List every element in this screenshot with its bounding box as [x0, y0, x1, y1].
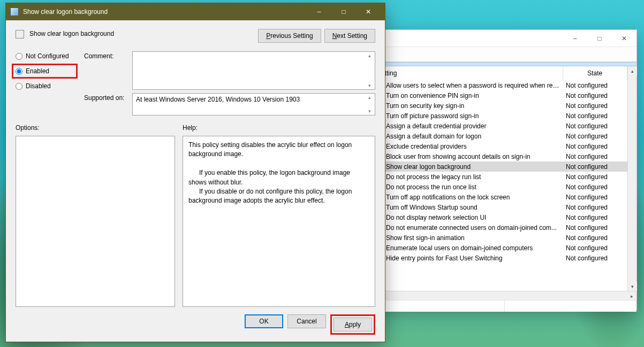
- listwin-statusbar: [373, 300, 637, 312]
- setting-cell: Do not process the run once list: [373, 182, 563, 192]
- maximize-button[interactable]: □: [587, 30, 612, 47]
- supported-on-text: At least Windows Server 2016, Windows 10…: [133, 94, 375, 115]
- setting-cell: Block user from showing account details …: [373, 151, 563, 161]
- state-cell: Not configured: [563, 192, 627, 202]
- table-row[interactable]: Enumerate local users on domain-joined c…: [373, 243, 627, 253]
- state-cell: Not configured: [563, 161, 627, 172]
- setting-cell: Turn on convenience PIN sign-in: [373, 90, 563, 101]
- state-cell: Not configured: [563, 253, 627, 263]
- setting-cell: Do not enumerate connected users on doma…: [373, 222, 563, 233]
- state-cell: Not configured: [563, 141, 627, 151]
- radio-not-configured[interactable]: Not Configured: [16, 52, 74, 60]
- help-text: This policy setting disables the acrylic…: [183, 136, 375, 307]
- minimize-button[interactable]: –: [563, 30, 587, 47]
- table-row[interactable]: Turn off Windows Startup soundNot config…: [373, 202, 627, 212]
- table-row[interactable]: Assign a default credential providerNot …: [373, 121, 627, 131]
- cancel-button[interactable]: Cancel: [287, 314, 326, 328]
- state-cell: Not configured: [563, 172, 627, 182]
- previous-setting-button[interactable]: Previous Setting: [258, 29, 321, 43]
- state-cell: Not configured: [563, 202, 627, 212]
- state-cell: Not configured: [563, 101, 627, 111]
- table-row[interactable]: Do not display network selection UINot c…: [373, 212, 627, 222]
- scroll-down-icon[interactable]: ▾: [628, 282, 637, 291]
- setting-cell: Turn off app notifications on the lock s…: [373, 192, 563, 202]
- horizontal-scrollbar[interactable]: ◂ ▸: [373, 291, 637, 300]
- table-row[interactable]: Assign a default domain for logonNot con…: [373, 131, 627, 141]
- scroll-up-icon[interactable]: ▴: [628, 66, 637, 75]
- policy-list-window: – □ ✕ Setting State Allow users to selec…: [372, 29, 637, 310]
- radio-enabled[interactable]: Enabled: [16, 67, 73, 75]
- vertical-scrollbar[interactable]: ▴ ▾: [627, 66, 637, 291]
- help-label: Help:: [183, 124, 375, 132]
- setting-cell: Enumerate local users on domain-joined c…: [373, 243, 563, 253]
- setting-cell: Show first sign-in animation: [373, 233, 563, 243]
- col-header-setting[interactable]: Setting: [373, 66, 563, 80]
- setting-cell: Turn on security key sign-in: [373, 101, 563, 111]
- comment-label: Comment:: [84, 51, 128, 90]
- state-cell: Not configured: [563, 182, 627, 192]
- col-header-state[interactable]: State: [563, 66, 627, 80]
- scroll-hint-icon: [367, 53, 374, 88]
- radio-label: Enabled: [26, 67, 49, 75]
- state-cell: Not configured: [563, 222, 627, 233]
- policy-icon: [10, 7, 19, 16]
- state-cell: Not configured: [563, 212, 627, 222]
- radio-label: Not Configured: [26, 52, 69, 60]
- table-row[interactable]: Show clear logon backgroundNot configure…: [373, 161, 627, 172]
- table-row[interactable]: Turn off app notifications on the lock s…: [373, 192, 627, 202]
- setting-cell: Allow users to select when a password is…: [373, 80, 563, 90]
- minimize-button[interactable]: –: [307, 3, 331, 20]
- table-row[interactable]: Do not process the run once listNot conf…: [373, 182, 627, 192]
- dialog-title: Show clear logon background: [23, 8, 108, 16]
- policy-dialog: Show clear logon background – □ ✕ Show c…: [5, 3, 385, 342]
- policy-icon: [16, 30, 24, 38]
- table-row[interactable]: Allow users to select when a password is…: [373, 80, 627, 90]
- table-row[interactable]: Turn off picture password sign-inNot con…: [373, 111, 627, 121]
- table-row[interactable]: Hide entry points for Fast User Switchin…: [373, 253, 627, 263]
- supported-label: Supported on:: [84, 93, 128, 115]
- table-row[interactable]: Show first sign-in animationNot configur…: [373, 233, 627, 243]
- table-row[interactable]: Exclude credential providersNot configur…: [373, 141, 627, 151]
- state-cell: Not configured: [563, 80, 627, 90]
- state-cell: Not configured: [563, 233, 627, 243]
- options-label: Options:: [16, 124, 175, 132]
- ok-button[interactable]: OK: [245, 314, 283, 328]
- options-box[interactable]: [16, 136, 175, 307]
- maximize-button[interactable]: □: [331, 3, 356, 20]
- table-row[interactable]: Do not process the legacy run listNot co…: [373, 172, 627, 182]
- state-cell: Not configured: [563, 90, 627, 101]
- setting-cell: Turn off picture password sign-in: [373, 111, 563, 121]
- state-cell: Not configured: [563, 121, 627, 131]
- comment-input[interactable]: [133, 52, 375, 89]
- apply-button[interactable]: Apply: [334, 318, 372, 331]
- setting-cell: Hide entry points for Fast User Switchin…: [373, 253, 563, 263]
- setting-cell: Assign a default credential provider: [373, 121, 563, 131]
- radio-disabled[interactable]: Disabled: [16, 82, 74, 90]
- scroll-right-icon[interactable]: ▸: [627, 291, 637, 300]
- close-button[interactable]: ✕: [612, 30, 637, 47]
- policy-table: Setting State Allow users to select when…: [373, 66, 627, 263]
- listwin-toolbar: [373, 47, 637, 62]
- setting-cell: Turn off Windows Startup sound: [373, 202, 563, 212]
- table-row[interactable]: Do not enumerate connected users on doma…: [373, 222, 627, 233]
- table-row[interactable]: Turn on convenience PIN sign-inNot confi…: [373, 90, 627, 101]
- state-cell: Not configured: [563, 243, 627, 253]
- policy-heading: Show clear logon background: [29, 29, 253, 37]
- state-cell: Not configured: [563, 131, 627, 141]
- dialog-titlebar[interactable]: Show clear logon background – □ ✕: [6, 3, 385, 20]
- setting-cell: Assign a default domain for logon: [373, 131, 563, 141]
- setting-cell: Exclude credential providers: [373, 141, 563, 151]
- table-row[interactable]: Turn on security key sign-inNot configur…: [373, 101, 627, 111]
- table-row[interactable]: Block user from showing account details …: [373, 151, 627, 161]
- state-cell: Not configured: [563, 151, 627, 161]
- setting-cell: Do not process the legacy run list: [373, 172, 563, 182]
- close-button[interactable]: ✕: [356, 3, 381, 20]
- listwin-divider: [373, 62, 637, 66]
- state-cell: Not configured: [563, 111, 627, 121]
- setting-cell: Show clear logon background: [373, 161, 563, 172]
- scroll-hint-icon: [367, 95, 374, 114]
- listwin-titlebar[interactable]: – □ ✕: [373, 30, 637, 47]
- next-setting-button[interactable]: Next Setting: [324, 29, 375, 43]
- setting-cell: Do not display network selection UI: [373, 212, 563, 222]
- radio-label: Disabled: [26, 82, 51, 90]
